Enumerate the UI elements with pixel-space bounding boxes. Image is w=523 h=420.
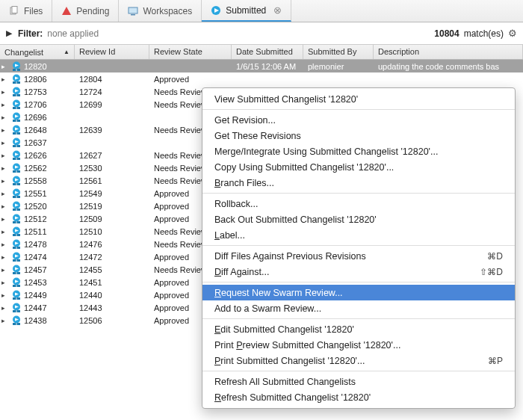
col-date-submitted[interactable]: Date Submitted [232,45,303,59]
review-id: 12530 [75,164,149,173]
table-header: Changelist▲ Review Id Review State Date … [0,45,523,60]
swarm-icon: S [11,303,22,313]
table-row[interactable]: ▸S128201/6/15 12:06 AMplemonierupdating … [0,60,523,72]
menu-item[interactable]: Get Revision... [202,112,515,128]
review-id: 12804 [75,75,149,84]
expander-icon[interactable]: ▸ [1,228,9,235]
swarm-icon: S [11,150,22,161]
svg-rect-3 [129,7,137,13]
menu-item[interactable]: Merge/Integrate Using Submitted Changeli… [202,143,515,159]
review-id: 12699 [75,100,149,109]
expander-icon[interactable]: ▸ [1,152,9,159]
menu-item[interactable]: Refresh Submitted Changelist '12820' [202,389,515,405]
svg-rect-4 [131,14,135,16]
menu-item[interactable]: Add to a Swarm Review... [202,300,515,316]
tab-submitted[interactable]: Submitted ⊗ [202,0,291,22]
menu-item[interactable]: Print Submitted Changelist '12820'...⌘P [202,353,515,368]
changelist-id: 12820 [24,62,47,71]
filter-bar: ▶ Filter: none applied 10804 match(es) ⚙ [0,22,523,45]
tab-pending[interactable]: Pending [52,0,119,22]
gear-icon[interactable]: ⚙ [508,28,517,39]
swarm-icon: S [11,87,22,97]
expander-icon[interactable]: ▸ [1,241,9,248]
expander-icon[interactable]: ▸ [1,279,9,286]
expander-icon[interactable]: ▸ [1,317,9,324]
menu-item[interactable]: Diff Against...⇧⌘D [202,264,515,280]
match-count: 10804 [434,28,459,39]
changelist-id: 12449 [24,291,47,300]
menu-item[interactable]: Branch Files... [202,175,515,191]
expander-icon[interactable]: ▸ [1,101,9,108]
menu-item-label: Refresh Submitted Changelist '12820' [214,392,371,403]
col-review-state[interactable]: Review State [149,45,232,59]
expander-icon[interactable]: ▸ [1,126,9,134]
menu-item[interactable]: Copy Using Submitted Changelist '12820'.… [202,159,515,175]
menu-item[interactable]: Get These Revisions [202,128,515,143]
swarm-icon: S [11,74,22,84]
date-submitted: 1/6/15 12:06 AM [232,62,303,71]
menu-item-label: Get These Revisions [214,131,301,141]
menu-item[interactable]: Diff Files Against Previous Revisions⌘D [202,248,515,264]
swarm-icon: S [11,99,22,110]
expander-icon[interactable]: ▸ [1,215,9,223]
swarm-icon: S [11,112,22,123]
review-id: 12472 [75,253,149,262]
svg-marker-2 [62,7,71,15]
menu-item-label: Back Out Submitted Changelist '12820' [214,214,377,225]
changelist-id: 12753 [24,87,47,96]
expander-icon[interactable]: ▸ [1,88,9,96]
review-state: Approved [149,75,232,84]
expander-icon[interactable]: ▸ [1,177,9,185]
menu-item[interactable]: Print Preview Submitted Changelist '1282… [202,337,515,353]
menu-item-label: Request New Swarm Review... [214,288,343,298]
menu-item[interactable]: Label... [202,227,515,243]
menu-item[interactable]: Refresh All Submitted Changelists [202,374,515,389]
menu-separator [202,371,515,371]
col-changelist[interactable]: Changelist▲ [0,45,75,59]
expander-icon[interactable]: ▸ [1,114,9,121]
menu-item[interactable]: Request New Swarm Review... [202,285,515,300]
changelist-id: 12551 [24,189,47,198]
close-icon[interactable]: ⊗ [273,4,282,16]
table-row[interactable]: ▸S1280612804Approved [0,72,523,85]
menu-separator [202,193,515,194]
tab-workspaces[interactable]: Workspaces [119,0,202,22]
expander-icon[interactable]: ▸ [1,304,9,312]
menu-item[interactable]: Edit Submitted Changelist '12820' [202,321,515,337]
review-id: 12510 [75,227,149,236]
tab-files[interactable]: Files [0,0,52,22]
expander-icon[interactable]: ▸ [1,139,9,146]
expander-icon[interactable]: ▸ [1,253,9,261]
menu-item[interactable]: Rollback... [202,196,515,211]
review-id: 12509 [75,214,149,223]
review-id: 12627 [75,151,149,160]
menu-shortcut: ⌘P [488,356,503,366]
col-description[interactable]: Description [374,45,523,59]
expander-icon[interactable]: ▸ [1,75,9,83]
menu-item[interactable]: Back Out Submitted Changelist '12820' [202,211,515,227]
pending-icon [61,6,72,16]
tab-label: Pending [76,6,109,16]
changelist-id: 12520 [24,202,47,211]
expander-icon[interactable]: ▸ [1,190,9,197]
filter-toggle-icon[interactable]: ▶ [6,28,12,38]
menu-item[interactable]: View Submitted Changelist '12820' [202,91,515,107]
col-submitted-by[interactable]: Submitted By [303,45,374,59]
menu-item-label: Rollback... [214,199,258,209]
workspaces-icon [128,6,138,16]
menu-item-label: Edit Submitted Changelist '12820' [214,324,354,335]
expander-icon[interactable]: ▸ [1,203,9,210]
review-id: 12443 [75,303,149,312]
expander-icon[interactable]: ▸ [1,291,9,299]
expander-icon[interactable]: ▸ [1,164,9,172]
menu-separator [202,318,515,319]
swarm-icon: S [11,214,22,224]
review-id: 12561 [75,176,149,185]
swarm-icon: S [11,277,22,288]
col-review-id[interactable]: Review Id [75,45,149,59]
swarm-icon: S [11,290,22,300]
changelist-id: 12457 [24,265,47,274]
changelist-id: 12696 [24,113,47,122]
expander-icon[interactable]: ▸ [1,63,9,70]
expander-icon[interactable]: ▸ [1,266,9,274]
